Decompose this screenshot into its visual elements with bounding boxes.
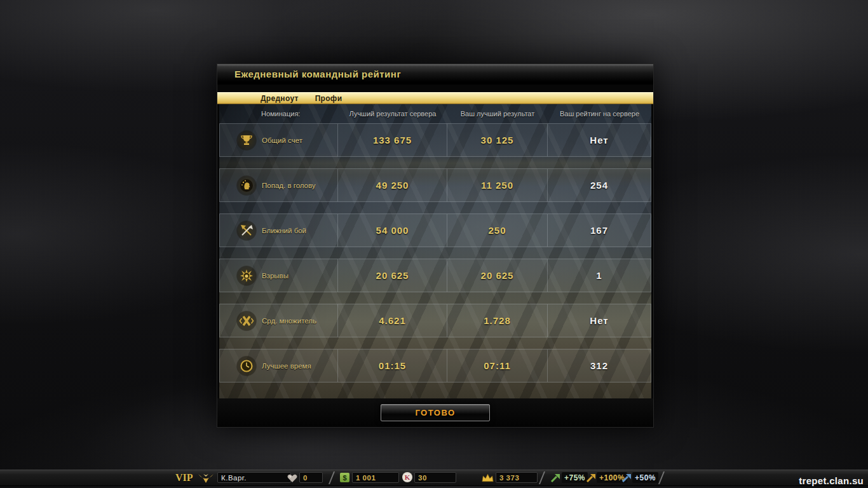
arrow-up-green-icon (550, 473, 560, 485)
table-row: Взрывы 20 625 20 625 1 (219, 259, 651, 292)
header-your-rating: Ваш рейтинг на сервере (548, 110, 651, 118)
server-best-value: 01:15 (379, 360, 406, 371)
header-server-best: Лучший результат сервера (338, 110, 447, 118)
table-row: Общий счет 133 675 30 125 Нет (219, 123, 651, 157)
crowns-count: 3 373 (496, 472, 538, 483)
your-best-value: 30 125 (481, 135, 514, 146)
your-best-value: 07:11 (484, 360, 511, 371)
row-label: Попад. в голову (220, 182, 316, 189)
table-row: Лучшее время 01:15 07:11 312 (219, 349, 651, 383)
server-best-value: 20 625 (376, 270, 409, 281)
vip-boost-value: +50% (632, 472, 658, 483)
your-best-cell: 30 125 (447, 123, 548, 157)
player-name-field: К.Варг. (217, 472, 291, 483)
your-rating-cell: Нет (548, 123, 651, 157)
nomination-cell: Лучшее время (219, 349, 338, 383)
kredit-icon: K (402, 472, 412, 482)
tab-dreadnought[interactable]: Дредноут (261, 94, 299, 103)
table-row: Попад. в голову 49 250 11 250 254 (219, 168, 651, 202)
server-best-value: 4.621 (379, 315, 406, 326)
your-best-cell: 1.728 (447, 304, 548, 337)
your-rating-cell: 312 (548, 349, 651, 383)
your-best-value: 11 250 (481, 180, 513, 191)
your-rating-cell: 167 (548, 214, 651, 247)
your-best-value: 250 (488, 225, 506, 236)
tab-profi[interactable]: Профи (315, 94, 342, 103)
row-label: Ближний бой (220, 227, 306, 234)
kredits-count: 30 (414, 472, 456, 483)
your-rating-cell: 1 (548, 259, 651, 292)
row-label: Срд. множитель (220, 317, 316, 325)
arrow-up-gold-icon (586, 473, 596, 485)
server-best-cell: 4.621 (338, 304, 447, 337)
your-rating-value: Нет (590, 315, 608, 326)
game-screen: { "dialog": { "title": "Ежедневный коман… (0, 0, 868, 488)
nomination-cell: Взрывы (219, 259, 338, 292)
nomination-cell: Общий счет (219, 123, 338, 157)
your-rating-value: Нет (590, 135, 608, 146)
server-best-cell: 01:15 (338, 349, 447, 383)
your-best-cell: 11 250 (447, 168, 548, 202)
your-best-cell: 07:11 (447, 349, 548, 383)
your-best-value: 20 625 (481, 270, 514, 281)
your-best-cell: 20 625 (447, 259, 548, 292)
xp-boost-value: +75% (562, 472, 588, 483)
headshot-icon (236, 175, 257, 196)
vip-badge: VIP (175, 472, 193, 484)
dialog-footer: ГОТОВО (217, 398, 653, 427)
heart-icon (287, 473, 298, 485)
dialog-title-bar: Ежедневный командный рейтинг (217, 64, 653, 85)
table-row: Ближний бой 54 000 250 167 (219, 214, 651, 247)
server-best-cell: 20 625 (338, 259, 447, 292)
tab-strip: Дредноут Профи (217, 92, 653, 104)
trophy-icon (236, 130, 257, 151)
server-best-value: 54 000 (376, 225, 409, 236)
server-best-cell: 49 250 (338, 168, 447, 202)
header-nomination: Номинация: (219, 110, 338, 118)
table-row: Срд. множитель 4.621 1.728 Нет (219, 304, 651, 337)
server-best-cell: 54 000 (338, 214, 447, 247)
your-rating-value: 312 (590, 360, 608, 371)
nomination-cell: Попад. в голову (219, 168, 338, 202)
nomination-cell: Срд. множитель (219, 304, 338, 337)
crown-icon (481, 473, 494, 485)
your-rating-value: 254 (590, 180, 608, 191)
multiplier-icon (236, 311, 257, 331)
rating-table: Номинация: Лучший результат сервера Ваш … (219, 104, 651, 398)
nomination-cell: Ближний бой (219, 214, 338, 247)
your-rating-cell: Нет (548, 304, 651, 337)
site-watermark: trepet.clan.su (799, 475, 864, 486)
row-label: Лучшее время (220, 362, 311, 370)
arrow-up-blue-icon (621, 473, 632, 485)
dialog-title: Ежедневный командный рейтинг (217, 64, 653, 84)
clock-icon (236, 356, 257, 376)
your-rating-value: 1 (596, 270, 602, 281)
server-best-value: 49 250 (376, 180, 409, 191)
server-best-cell: 133 675 (338, 123, 447, 157)
table-header-row: Номинация: Лучший результат сервера Ваш … (219, 104, 651, 123)
done-button[interactable]: ГОТОВО (381, 404, 490, 421)
hearts-count: 0 (299, 472, 323, 483)
your-rating-value: 167 (590, 225, 608, 236)
status-bar: VIP К.Варг. 0 $ 1 001 K 30 3 373 +75% (0, 468, 868, 488)
melee-icon (236, 220, 257, 241)
title-gap (217, 85, 653, 92)
your-rating-cell: 254 (548, 168, 651, 202)
row-label: Общий счет (220, 137, 302, 144)
your-best-value: 1.728 (484, 315, 511, 326)
server-best-value: 133 675 (373, 135, 412, 146)
your-best-cell: 250 (447, 214, 548, 247)
daily-team-rating-dialog: Ежедневный командный рейтинг Дредноут Пр… (217, 64, 654, 428)
dollar-icon: $ (340, 473, 349, 482)
dollars-count: 1 001 (352, 472, 399, 483)
explosion-icon (236, 266, 257, 286)
header-your-best: Ваш лучший результат (447, 110, 548, 118)
rank-eagle-icon (198, 473, 214, 486)
